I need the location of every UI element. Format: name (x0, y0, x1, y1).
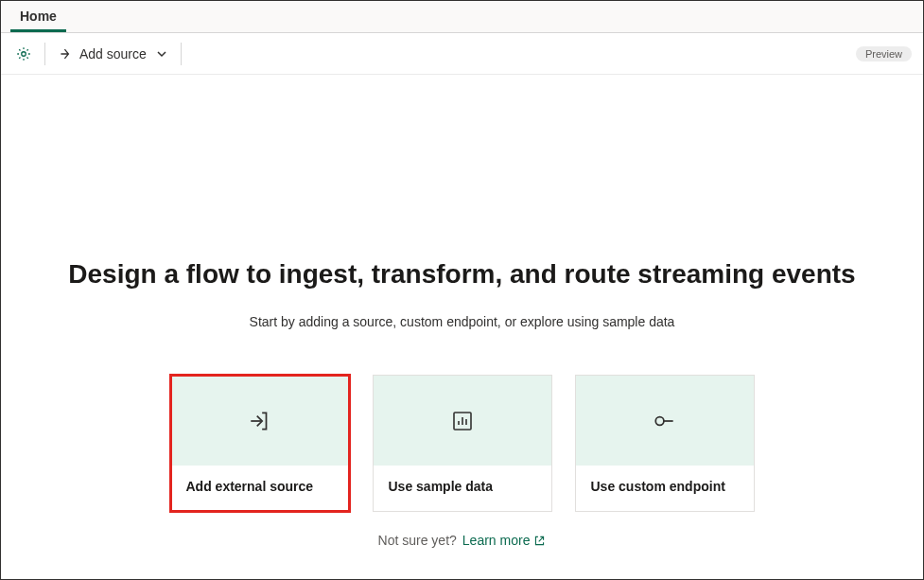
card-icon-area (576, 376, 754, 466)
card-label: Add external source (171, 466, 349, 511)
footer-prompt: Not sure yet? (378, 533, 457, 548)
settings-button[interactable] (10, 41, 37, 67)
card-label: Use sample data (374, 466, 551, 511)
card-use-custom-endpoint[interactable]: Use custom endpoint (575, 375, 755, 512)
add-source-button[interactable]: Add source (53, 43, 173, 65)
preview-badge-label: Preview (865, 48, 902, 60)
chevron-down-icon (156, 48, 167, 60)
svg-point-2 (655, 416, 664, 425)
tab-home-label: Home (20, 9, 57, 24)
tab-home[interactable]: Home (10, 1, 66, 32)
card-add-external-source[interactable]: Add external source (170, 375, 350, 512)
add-source-label: Add source (79, 46, 147, 62)
external-link-icon (533, 535, 546, 547)
gear-icon (15, 45, 32, 62)
toolbar: Add source Preview (1, 33, 923, 75)
card-icon-area (171, 376, 349, 466)
card-icon-area (374, 376, 551, 466)
svg-point-0 (22, 51, 26, 56)
card-use-sample-data[interactable]: Use sample data (373, 375, 552, 512)
toolbar-divider-2 (181, 43, 182, 65)
bar-chart-icon (451, 410, 474, 432)
preview-badge: Preview (856, 46, 912, 62)
learn-more-link[interactable]: Learn more (462, 533, 547, 548)
main-content: Design a flow to ingest, transform, and … (1, 75, 923, 548)
page-heading: Design a flow to ingest, transform, and … (68, 259, 855, 290)
add-source-icon (59, 46, 74, 62)
option-cards: Add external source Use sample data Use … (170, 375, 755, 512)
ribbon-tabs: Home (1, 1, 923, 33)
arrow-into-bracket-icon (248, 409, 272, 433)
page-subheading: Start by adding a source, custom endpoin… (250, 314, 675, 329)
endpoint-icon (653, 409, 677, 433)
toolbar-divider (44, 43, 45, 65)
learn-more-label: Learn more (462, 533, 531, 548)
card-label: Use custom endpoint (576, 466, 754, 511)
footer-hint: Not sure yet? Learn more (378, 533, 547, 548)
